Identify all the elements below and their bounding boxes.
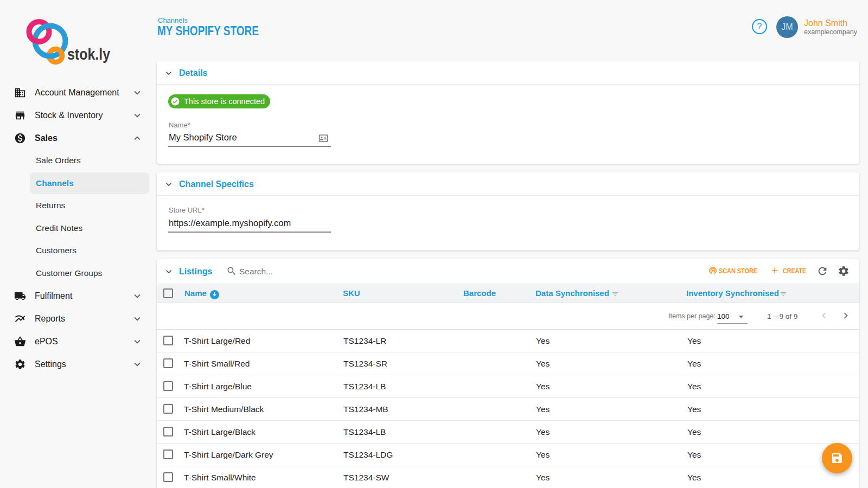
- svg-text:stok.ly: stok.ly: [67, 45, 110, 63]
- svg-text:CREATE: CREATE: [783, 267, 806, 275]
- svg-text:MY SHOPIFY STORE: MY SHOPIFY STORE: [157, 24, 259, 38]
- svg-text:SCAN STORE: SCAN STORE: [719, 267, 757, 275]
